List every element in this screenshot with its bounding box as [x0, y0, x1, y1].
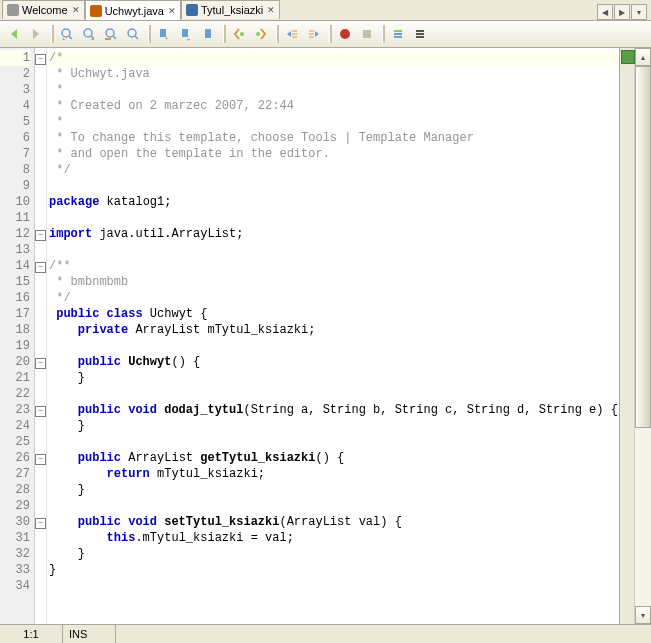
editor-toolbar [0, 21, 651, 48]
svg-point-4 [106, 29, 114, 37]
forward-icon[interactable] [26, 24, 46, 44]
code-editor[interactable]: 1234567891011121314151617181920212223242… [0, 48, 651, 624]
file-icon [186, 4, 198, 16]
find-prev-icon[interactable] [57, 24, 77, 44]
svg-point-13 [256, 32, 260, 36]
scrollbar-thumb[interactable] [635, 66, 651, 428]
comment-icon[interactable] [388, 24, 408, 44]
svg-point-2 [84, 29, 92, 37]
status-bar: 1:1 INS [0, 624, 651, 643]
fold-column[interactable]: − − − − − − − [35, 48, 47, 624]
fold-toggle[interactable]: − [35, 262, 46, 273]
macro-stop-icon[interactable] [357, 24, 377, 44]
fold-toggle[interactable]: − [35, 358, 46, 369]
tab-scroll-right[interactable]: ▶ [614, 4, 630, 20]
line-gutter[interactable]: 1234567891011121314151617181920212223242… [0, 48, 35, 624]
tab-menu[interactable]: ▾ [631, 4, 647, 20]
find-selection-icon[interactable] [101, 24, 121, 44]
svg-point-12 [240, 32, 244, 36]
shift-right-icon[interactable] [304, 24, 324, 44]
tab-scroll-left[interactable]: ◀ [597, 4, 613, 20]
fold-toggle[interactable]: − [35, 406, 46, 417]
svg-point-20 [340, 29, 350, 39]
status-ok-icon [621, 50, 635, 64]
code-area[interactable]: /* * Uchwyt.java * * Created on 2 marzec… [47, 48, 619, 624]
svg-rect-11 [205, 29, 211, 38]
tab-tytul-ksiazki[interactable]: Tytul_ksiazki✕ [181, 0, 280, 19]
prev-bookmark-icon[interactable] [154, 24, 174, 44]
fold-toggle[interactable]: − [35, 518, 46, 529]
insert-mode: INS [63, 625, 116, 643]
tab-label: Tytul_ksiazki [201, 4, 263, 16]
svg-line-8 [135, 36, 138, 39]
shift-left-icon[interactable] [282, 24, 302, 44]
tab-welcome[interactable]: Welcome✕ [2, 0, 85, 19]
tab-label: Uchwyt.java [105, 5, 164, 17]
vertical-scrollbar[interactable]: ▴ ▾ [634, 48, 651, 624]
svg-rect-10 [182, 29, 188, 37]
close-icon[interactable]: ✕ [267, 5, 275, 15]
prev-matching-icon[interactable] [229, 24, 249, 44]
tab-uchwyt-java[interactable]: Uchwyt.java✕ [85, 0, 181, 20]
file-icon [90, 5, 102, 17]
svg-point-7 [128, 29, 136, 37]
fold-toggle[interactable]: − [35, 54, 46, 65]
uncomment-icon[interactable] [410, 24, 430, 44]
scroll-up-icon[interactable]: ▴ [635, 48, 651, 66]
cursor-position: 1:1 [0, 625, 63, 643]
macro-record-icon[interactable] [335, 24, 355, 44]
next-bookmark-icon[interactable] [176, 24, 196, 44]
close-icon[interactable]: ✕ [168, 6, 176, 16]
toggle-bookmark-icon[interactable] [198, 24, 218, 44]
svg-rect-21 [363, 30, 371, 38]
tab-bar: Welcome✕Uchwyt.java✕Tytul_ksiazki✕ ◀ ▶ ▾ [0, 0, 651, 21]
fold-toggle[interactable]: − [35, 230, 46, 241]
back-icon[interactable] [4, 24, 24, 44]
next-matching-icon[interactable] [251, 24, 271, 44]
file-icon [7, 4, 19, 16]
error-stripe[interactable] [619, 48, 634, 624]
toggle-highlight-icon[interactable] [123, 24, 143, 44]
svg-line-5 [113, 36, 116, 39]
svg-line-1 [69, 36, 72, 39]
svg-rect-9 [160, 29, 166, 37]
fold-toggle[interactable]: − [35, 454, 46, 465]
tab-label: Welcome [22, 4, 68, 16]
scroll-down-icon[interactable]: ▾ [635, 606, 651, 624]
svg-point-0 [62, 29, 70, 37]
find-next-icon[interactable] [79, 24, 99, 44]
close-icon[interactable]: ✕ [72, 5, 80, 15]
svg-rect-6 [105, 38, 111, 40]
